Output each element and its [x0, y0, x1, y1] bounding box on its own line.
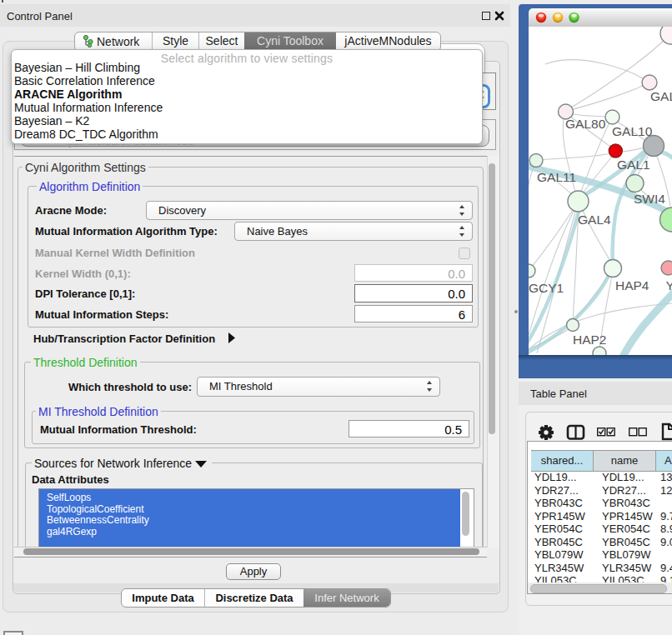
svg-text:HAP2: HAP2 — [573, 332, 607, 347]
svg-text:GCY1: GCY1 — [529, 281, 564, 295]
svg-text:GAL10: GAL10 — [612, 124, 653, 138]
svg-text:GAL2: GAL2 — [650, 89, 672, 103]
svg-text:Y: Y — [666, 278, 672, 292]
svg-text:GAL4: GAL4 — [578, 212, 611, 227]
svg-text:GAL1: GAL1 — [617, 158, 650, 172]
svg-text:SWI4: SWI4 — [634, 192, 665, 206]
svg-text:GAL80: GAL80 — [565, 117, 606, 131]
svg-text:GAL11: GAL11 — [537, 170, 576, 184]
svg-text:HAP4: HAP4 — [615, 278, 649, 292]
